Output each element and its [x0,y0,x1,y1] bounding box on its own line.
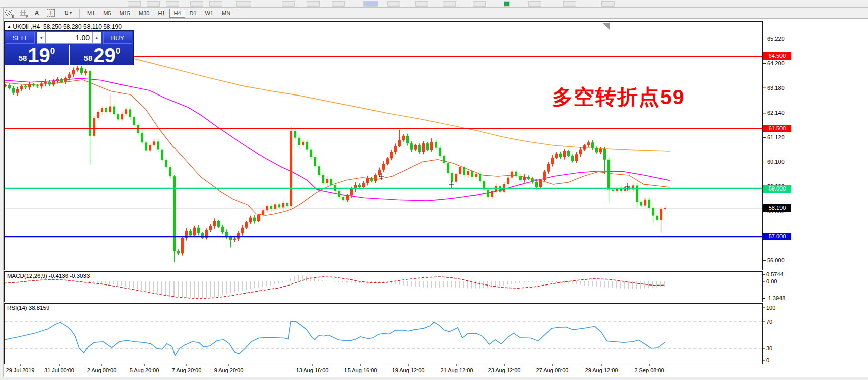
symbol-timeframe: UKOil-,H4 [13,23,40,30]
sell-price-display[interactable]: 58 19 0 [5,45,70,66]
rsi-line [4,321,665,355]
buy-button[interactable]: BUY [103,32,132,44]
chart-title: ▲ UKOil-,H4 58.250 58.280 58.110 58.190 [7,23,122,30]
rsi-indicator-label: RSI(14) 38.8159 [7,305,49,311]
date-label: 27 Aug 08:00 [536,367,569,373]
rsi-tick-70: 70 [766,319,772,325]
cross-marker [449,181,454,188]
date-label: 19 Aug 12:00 [392,367,425,373]
rsi-tick-100: 100 [766,305,775,311]
volume-decrease-button[interactable]: ▼ [37,32,46,44]
date-label: 13 Aug 16:00 [296,367,329,373]
rsi-tick-30: 30 [766,345,772,351]
sell-button[interactable]: SELL [6,32,35,44]
price-tag-61.500: 61.500 [763,125,791,132]
date-label: 9 Aug 20:00 [214,367,244,373]
date-label: 23 Aug 12:00 [488,367,521,373]
price-tag-57.000: 57.000 [763,233,791,240]
macd-tick-0.00: 0.00 [766,278,777,284]
volume-increase-button[interactable]: ▲ [92,32,101,44]
date-label: 7 Aug 20:00 [172,367,202,373]
price-tick-56.000: 56.000 [767,257,785,263]
ohlc-values: 58.250 58.280 58.110 58.190 [43,23,122,30]
price-tag-64.500: 64.500 [763,52,791,60]
one-click-trade-panel: SELL ▼ ▲ BUY 58 19 0 58 29 0 [4,30,134,65]
macd-tick-0.5744: 0.5744 [766,271,784,277]
chinese-annotation: 多空转折点59 [552,83,685,111]
rsi-plot [4,321,762,355]
date-label: 29 Jul 2019 [6,367,35,373]
price-tick-62.140: 62.140 [767,110,785,116]
date-label: 5 Aug 20:00 [130,367,159,373]
price-tick-61.120: 61.120 [767,134,785,140]
collapse-arrow-icon[interactable]: ▲ [7,24,11,29]
autoscroll-marker-icon [602,23,610,30]
date-label: 31 Jul 00:00 [44,367,74,373]
date-label: 2 Sep 08:00 [634,367,664,373]
rsi-tick-0: 0 [766,357,769,363]
macd-tick--1.3948: -1.3948 [766,295,785,301]
date-label: 15 Aug 16:00 [344,367,377,373]
date-label: 2 Aug 00:00 [87,367,117,373]
macd-indicator-label: MACD(12,26,9) -0.4136 -0.3033 [7,273,90,279]
mt4-terminal: { "toolbar": { "timeframes": ["M1","M5",… [0,0,868,380]
price-tick-63.180: 63.180 [767,85,785,91]
price-tag-58.190: 58.190 [763,204,791,212]
volume-input[interactable] [46,32,92,44]
macd-plot [4,275,665,298]
price-tag-59.000: 59.000 [763,185,791,193]
date-label: 21 Aug 12:00 [441,367,473,373]
macd-signal-line [4,277,665,299]
price-tick-60.100: 60.100 [767,159,785,165]
date-label: 29 Aug 12:00 [585,367,618,373]
buy-price-display[interactable]: 58 29 0 [70,45,134,66]
price-tick-65.220: 65.220 [767,36,785,42]
price-tick-64.200: 64.200 [767,60,785,66]
